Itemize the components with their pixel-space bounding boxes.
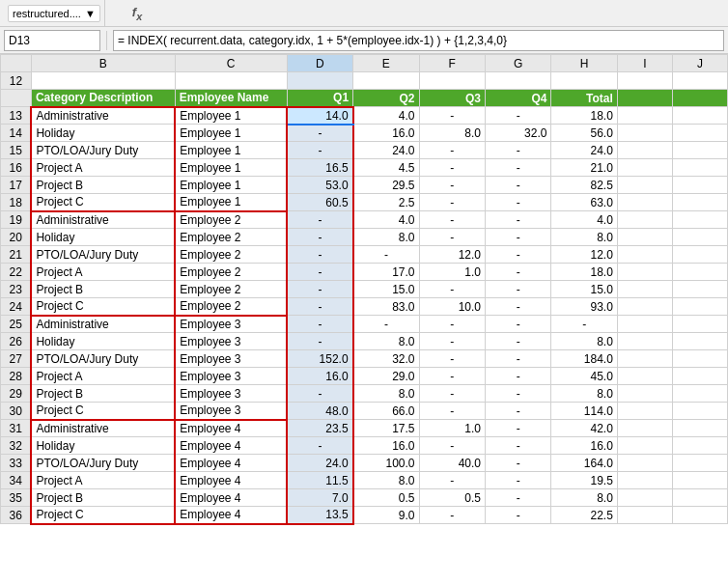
r23-j[interactable] bbox=[672, 281, 727, 298]
r12-f[interactable] bbox=[419, 72, 485, 90]
r12-c[interactable] bbox=[175, 72, 287, 90]
r13-g[interactable]: - bbox=[485, 107, 550, 125]
r17-d[interactable]: 53.0 bbox=[287, 177, 352, 194]
r29-d[interactable]: - bbox=[287, 385, 352, 403]
r22-e[interactable]: 17.0 bbox=[353, 264, 419, 281]
r29-c[interactable]: Employee 3 bbox=[175, 385, 287, 403]
r21-h[interactable]: 12.0 bbox=[551, 246, 617, 264]
r33-f[interactable]: 40.0 bbox=[419, 455, 485, 472]
r31-c[interactable]: Employee 4 bbox=[175, 420, 287, 437]
r29-b[interactable]: Project B bbox=[31, 385, 175, 403]
r15-e[interactable]: 24.0 bbox=[353, 142, 419, 159]
r30-e[interactable]: 66.0 bbox=[353, 403, 419, 420]
r33-g[interactable]: - bbox=[485, 455, 550, 472]
r28-f[interactable]: - bbox=[419, 368, 485, 385]
r20-g[interactable]: - bbox=[485, 229, 550, 246]
formula-input[interactable] bbox=[113, 30, 724, 51]
r19-d[interactable]: - bbox=[287, 211, 352, 229]
r16-d[interactable]: 16.5 bbox=[287, 159, 352, 177]
r25-b[interactable]: Administrative bbox=[31, 316, 175, 333]
r32-c[interactable]: Employee 4 bbox=[175, 437, 287, 455]
r30-d[interactable]: 48.0 bbox=[287, 403, 352, 420]
r16-g[interactable]: - bbox=[485, 159, 550, 177]
r24-b[interactable]: Project C bbox=[31, 298, 175, 316]
r23-e[interactable]: 15.0 bbox=[353, 281, 419, 298]
r26-i[interactable] bbox=[617, 333, 672, 350]
r15-i[interactable] bbox=[617, 142, 672, 159]
r27-g[interactable]: - bbox=[485, 350, 550, 368]
r31-f[interactable]: 1.0 bbox=[419, 420, 485, 437]
r35-g[interactable]: - bbox=[485, 489, 550, 507]
r36-g[interactable]: - bbox=[485, 507, 550, 524]
r34-h[interactable]: 19.5 bbox=[551, 472, 617, 489]
r29-e[interactable]: 8.0 bbox=[353, 385, 419, 403]
r31-i[interactable] bbox=[617, 420, 672, 437]
r18-j[interactable] bbox=[672, 194, 727, 211]
r14-e[interactable]: 16.0 bbox=[353, 125, 419, 142]
r30-j[interactable] bbox=[672, 403, 727, 420]
r17-e[interactable]: 29.5 bbox=[353, 177, 419, 194]
r32-j[interactable] bbox=[672, 437, 727, 455]
r20-b[interactable]: Holiday bbox=[31, 229, 175, 246]
r24-i[interactable] bbox=[617, 298, 672, 316]
r30-b[interactable]: Project C bbox=[31, 403, 175, 420]
r35-h[interactable]: 8.0 bbox=[551, 489, 617, 507]
r25-f[interactable]: - bbox=[419, 316, 485, 333]
r15-b[interactable]: PTO/LOA/Jury Duty bbox=[31, 142, 175, 159]
r25-h[interactable]: - bbox=[551, 316, 617, 333]
r17-c[interactable]: Employee 1 bbox=[175, 177, 287, 194]
r28-d[interactable]: 16.0 bbox=[287, 368, 352, 385]
r32-g[interactable]: - bbox=[485, 437, 550, 455]
r34-c[interactable]: Employee 4 bbox=[175, 472, 287, 489]
col-header-j[interactable]: J bbox=[672, 55, 727, 72]
function-icon[interactable]: fx bbox=[132, 5, 142, 22]
r27-h[interactable]: 184.0 bbox=[551, 350, 617, 368]
r20-c[interactable]: Employee 2 bbox=[175, 229, 287, 246]
col-header-g[interactable]: G bbox=[485, 55, 550, 72]
col-header-i[interactable]: I bbox=[617, 55, 672, 72]
r23-b[interactable]: Project B bbox=[31, 281, 175, 298]
r24-h[interactable]: 93.0 bbox=[551, 298, 617, 316]
col-header-b[interactable]: B bbox=[31, 55, 175, 72]
r22-i[interactable] bbox=[617, 264, 672, 281]
r31-g[interactable]: - bbox=[485, 420, 550, 437]
r32-h[interactable]: 16.0 bbox=[551, 437, 617, 455]
r32-f[interactable]: - bbox=[419, 437, 485, 455]
r18-h[interactable]: 63.0 bbox=[551, 194, 617, 211]
r14-j[interactable] bbox=[672, 125, 727, 142]
r14-b[interactable]: Holiday bbox=[31, 125, 175, 142]
r16-c[interactable]: Employee 1 bbox=[175, 159, 287, 177]
r34-f[interactable]: - bbox=[419, 472, 485, 489]
r31-e[interactable]: 17.5 bbox=[353, 420, 419, 437]
r25-i[interactable] bbox=[617, 316, 672, 333]
r32-e[interactable]: 16.0 bbox=[353, 437, 419, 455]
col-header-f[interactable]: F bbox=[419, 55, 485, 72]
r12-e[interactable] bbox=[353, 72, 419, 90]
r34-d[interactable]: 11.5 bbox=[287, 472, 352, 489]
r22-g[interactable]: - bbox=[485, 264, 550, 281]
r21-c[interactable]: Employee 2 bbox=[175, 246, 287, 264]
sheet-name-dropdown[interactable]: restructured.... ▼ bbox=[8, 5, 100, 22]
r34-b[interactable]: Project A bbox=[31, 472, 175, 489]
r19-h[interactable]: 4.0 bbox=[551, 211, 617, 229]
r20-j[interactable] bbox=[672, 229, 727, 246]
r15-j[interactable] bbox=[672, 142, 727, 159]
r21-f[interactable]: 12.0 bbox=[419, 246, 485, 264]
r18-i[interactable] bbox=[617, 194, 672, 211]
r23-d[interactable]: - bbox=[287, 281, 352, 298]
r19-i[interactable] bbox=[617, 211, 672, 229]
r12-j[interactable] bbox=[672, 72, 727, 90]
r23-f[interactable]: - bbox=[419, 281, 485, 298]
r14-f[interactable]: 8.0 bbox=[419, 125, 485, 142]
r23-i[interactable] bbox=[617, 281, 672, 298]
r15-g[interactable]: - bbox=[485, 142, 550, 159]
col-header-e[interactable]: E bbox=[353, 55, 419, 72]
r33-j[interactable] bbox=[672, 455, 727, 472]
r24-d[interactable]: - bbox=[287, 298, 352, 316]
r27-b[interactable]: PTO/LOA/Jury Duty bbox=[31, 350, 175, 368]
r12-g[interactable] bbox=[485, 72, 550, 90]
r35-d[interactable]: 7.0 bbox=[287, 489, 352, 507]
r16-h[interactable]: 21.0 bbox=[551, 159, 617, 177]
r21-e[interactable]: - bbox=[353, 246, 419, 264]
r20-f[interactable]: - bbox=[419, 229, 485, 246]
